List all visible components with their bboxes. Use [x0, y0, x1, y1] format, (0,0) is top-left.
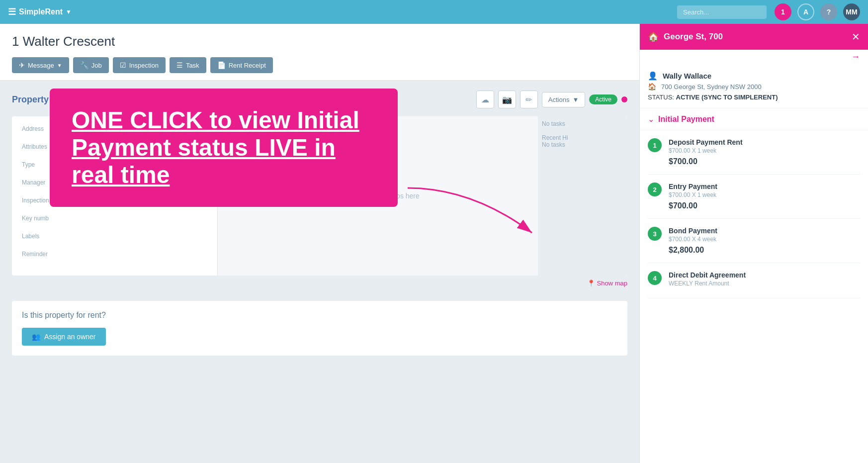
inspection-icon: ☑	[120, 61, 126, 69]
show-map-link[interactable]: Show map	[597, 279, 627, 287]
panel-address-text: 700 George St, Sydney NSW 2000	[661, 83, 762, 91]
top-navigation: ☰ SimpleRent ▼ 1 A ? MM	[0, 0, 868, 24]
panel-nav-arrow-icon[interactable]: →	[851, 52, 860, 62]
key-label: Key numb	[22, 214, 67, 222]
content-area: 1 Walter Crescent ✈ Message ▼ 🔧 Job ☑ In…	[0, 24, 639, 463]
brand[interactable]: ☰ SimpleRent ▼	[8, 6, 72, 17]
payment-number-2: 2	[648, 183, 662, 196]
nav-icon-user[interactable]: MM	[843, 3, 860, 20]
initial-payment-header[interactable]: ⌄ Initial Payment	[640, 108, 868, 130]
panel-header: 🏠 George St, 700 ✕	[640, 24, 868, 50]
payment-amount-3: $2,800.00	[669, 246, 860, 255]
payment-calc-1: $700.00 X 1 week	[669, 147, 860, 154]
map-pin-icon: 📍	[587, 279, 595, 287]
payment-details-3: Bond Payment $700.00 X 4 week $2,800.00	[669, 227, 860, 255]
assign-owner-button[interactable]: 👥 Assign an owner	[22, 328, 106, 346]
panel-user-icon: 👤	[648, 71, 658, 81]
nav-search-area: 1 A ? MM	[677, 3, 860, 20]
active-badge: Active	[589, 94, 617, 104]
actions-button[interactable]: Actions ▼	[542, 92, 586, 107]
inspection-label: Inspection	[129, 62, 159, 69]
pink-banner: ONE CLICK to view InitialPayment status …	[50, 89, 398, 207]
payment-amount-1: $700.00	[669, 157, 860, 166]
message-icon: ✈	[19, 61, 25, 69]
payment-amount-2: $700.00	[669, 201, 860, 210]
panel-status: STATUS: ACTIVE (SYNC TO SIMPLERENT)	[648, 93, 860, 101]
labels-row: Labels	[22, 232, 207, 240]
nav-icon-a[interactable]: A	[797, 3, 814, 20]
panel-user-row: 👤 Wally Wallace	[648, 71, 860, 81]
payment-items-list: 1 Deposit Payment Rent $700.00 X 1 week …	[640, 130, 868, 298]
page-header: 1 Walter Crescent ✈ Message ▼ 🔧 Job ☑ In…	[0, 24, 639, 81]
panel-user-section: 👤 Wally Wallace 🏠 700 George St, Sydney …	[640, 64, 868, 108]
payment-calc-4: WEEKLY Rent Amount	[669, 280, 860, 287]
rent-question: Is this property for rent?	[22, 311, 617, 320]
inspection-button[interactable]: ☑ Inspection	[113, 57, 166, 73]
upload-icon[interactable]: ☁	[476, 91, 494, 108]
brand-arrow-icon: ▼	[66, 8, 72, 15]
reminder-label: Reminder	[22, 250, 67, 258]
action-icons-group: ☁ 📷 ✏ Actions ▼ Active	[476, 91, 627, 108]
payment-name-3: Bond Payment	[669, 227, 860, 235]
rent-receipt-label: Rent Receipt	[229, 62, 266, 69]
payment-calc-3: $700.00 X 4 week	[669, 236, 860, 243]
task-button[interactable]: ☰ Task	[170, 57, 206, 73]
right-panel: 🏠 George St, 700 ✕ → 👤 Wally Wallace 🏠 7…	[639, 24, 868, 463]
job-icon: 🔧	[80, 61, 88, 69]
brand-name: SimpleRent	[19, 7, 63, 16]
chevron-down-icon: ⌄	[648, 114, 654, 124]
rent-receipt-button[interactable]: 📄 Rent Receipt	[210, 57, 273, 73]
assign-owner-label: Assign an owner	[44, 333, 96, 341]
pink-banner-text: ONE CLICK to view InitialPayment status …	[72, 106, 376, 189]
labels-label: Labels	[22, 232, 67, 240]
edit-icon[interactable]: ✏	[520, 91, 538, 108]
message-button[interactable]: ✈ Message ▼	[12, 57, 69, 73]
rent-card: Is this property for rent? 👥 Assign an o…	[12, 301, 627, 356]
camera-icon[interactable]: 📷	[498, 91, 516, 108]
job-button[interactable]: 🔧 Job	[73, 57, 109, 73]
message-label: Message	[28, 62, 54, 69]
tasks-panel: No tasks Recent Hi No tasks	[538, 116, 627, 276]
rent-receipt-icon: 📄	[217, 61, 226, 69]
pointer-arrow	[403, 183, 542, 243]
status-label: STATUS:	[648, 93, 674, 101]
payment-calc-2: $700.00 X 1 week	[669, 191, 860, 198]
page-title: 1 Walter Crescent	[12, 34, 627, 49]
rent-section: Is this property for rent? 👥 Assign an o…	[0, 301, 639, 366]
banner-line1: ONE CLICK to view InitialPayment status …	[72, 107, 359, 188]
panel-nav-row: →	[640, 50, 868, 64]
recent-label: Recent Hi	[542, 134, 568, 141]
payment-item-3: 3 Bond Payment $700.00 X 4 week $2,800.0…	[648, 219, 860, 263]
panel-user-name: Wally Wallace	[663, 72, 711, 80]
task-icon: ☰	[176, 61, 183, 69]
panel-address-icon: 🏠	[648, 83, 656, 91]
actions-label: Actions	[548, 96, 570, 103]
reminder-row: Reminder	[22, 250, 207, 258]
panel-address-row: 🏠 700 George St, Sydney NSW 2000	[648, 83, 860, 91]
payment-item-1: 1 Deposit Payment Rent $700.00 X 1 week …	[648, 130, 860, 175]
payment-name-2: Entry Payment	[669, 183, 860, 190]
panel-close-button[interactable]: ✕	[852, 31, 860, 43]
actions-arrow-icon: ▼	[572, 96, 579, 103]
search-input[interactable]	[677, 5, 767, 19]
status-dot	[621, 96, 627, 102]
nav-icon-1[interactable]: 1	[775, 3, 791, 20]
panel-house-icon: 🏠	[648, 31, 659, 42]
status-value: ACTIVE (SYNC TO SIMPLERENT)	[676, 93, 778, 101]
payment-item-4: 4 Direct Debit Agreement WEEKLY Rent Amo…	[648, 263, 860, 298]
payment-name-4: Direct Debit Agreement	[669, 271, 860, 279]
show-map-row: 📍 Show map	[12, 276, 627, 291]
hamburger-icon[interactable]: ☰	[8, 6, 16, 17]
payment-details-4: Direct Debit Agreement WEEKLY Rent Amoun…	[669, 271, 860, 290]
main-wrapper: 1 Walter Crescent ✈ Message ▼ 🔧 Job ☑ In…	[0, 24, 868, 463]
nav-icon-group: 1 A ? MM	[775, 3, 860, 20]
payment-details-2: Entry Payment $700.00 X 1 week $700.00	[669, 183, 860, 210]
payment-number-3: 3	[648, 227, 662, 241]
recent-tasks-value: No tasks	[542, 141, 565, 148]
payment-item-2: 2 Entry Payment $700.00 X 1 week $700.00	[648, 175, 860, 219]
property-section-title: Property	[12, 94, 49, 105]
payment-number-4: 4	[648, 271, 662, 285]
payment-number-1: 1	[648, 138, 662, 152]
message-arrow-icon: ▼	[57, 63, 62, 68]
nav-icon-help[interactable]: ?	[820, 3, 837, 20]
